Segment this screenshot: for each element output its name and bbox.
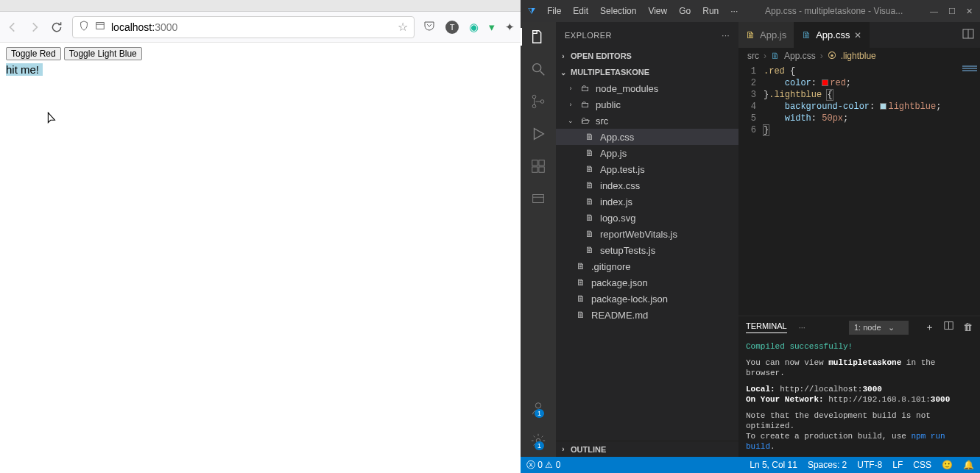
panel-overflow-icon[interactable]: ···: [799, 323, 805, 332]
extensions-icon[interactable]: [529, 157, 547, 175]
close-tab-icon[interactable]: ✕: [854, 30, 861, 40]
svg-rect-8: [532, 167, 537, 172]
file-icon: 🗎: [575, 260, 587, 272]
status-language[interactable]: CSS: [913, 460, 931, 470]
file-package-json[interactable]: 🗎package.json: [556, 274, 738, 291]
folder-public[interactable]: ›🗀public: [556, 96, 738, 113]
hit-me-text: hit me!: [6, 63, 43, 76]
editor[interactable]: 1 2 3 4 5 6 .red { color: red; }.lightbl…: [738, 64, 980, 316]
new-terminal-icon[interactable]: ＋: [925, 321, 934, 332]
page-content: Toggle Red Toggle Light Blue hit me!: [0, 43, 521, 80]
cursor-icon: [47, 112, 57, 127]
file-index-css[interactable]: 🗎index.css: [556, 177, 738, 193]
file-index-js[interactable]: 🗎index.js: [556, 193, 738, 210]
settings-icon[interactable]: 1: [529, 432, 547, 449]
reload-button[interactable]: [50, 21, 63, 34]
menu-selection[interactable]: Selection: [600, 6, 636, 16]
svg-rect-10: [539, 160, 544, 166]
file-icon: 🗎: [584, 244, 596, 256]
outline-section[interactable]: ›OUTLINE: [556, 441, 738, 457]
file-icon: 🗎: [584, 179, 596, 191]
file-package-lock-json[interactable]: 🗎package-lock.json: [556, 291, 738, 307]
extension-icon-4[interactable]: ✦: [505, 21, 515, 34]
tab-app-js[interactable]: 🗎App.js: [738, 22, 794, 48]
kill-terminal-icon[interactable]: 🗑: [963, 321, 973, 332]
menu-view[interactable]: View: [648, 6, 667, 16]
file-tree: ›🗀node_modules ›🗀public ⌄🗁src 🗎App.css 🗎…: [556, 80, 738, 441]
svg-point-6: [540, 100, 544, 104]
run-debug-icon[interactable]: [529, 125, 547, 143]
file-icon: 🗎: [746, 29, 755, 40]
menu-go[interactable]: Go: [679, 6, 691, 16]
split-terminal-icon[interactable]: [944, 321, 953, 332]
file-setup-tests[interactable]: 🗎setupTests.js: [556, 242, 738, 258]
status-feedback-icon[interactable]: 🙂: [942, 460, 953, 470]
accounts-icon[interactable]: 1: [529, 399, 547, 417]
extension-icon-3[interactable]: ▾: [489, 21, 495, 34]
file-icon: 🗎: [584, 196, 596, 207]
folder-src[interactable]: ⌄🗁src: [556, 113, 738, 129]
status-bell-icon[interactable]: 🔔: [963, 460, 974, 470]
file-icon: 🗎: [575, 277, 587, 288]
back-button[interactable]: [6, 21, 19, 34]
file-app-js[interactable]: 🗎App.js: [556, 145, 738, 161]
file-readme-md[interactable]: 🗎README.md: [556, 307, 738, 323]
address-bar[interactable]: localhost:3000 ☆: [72, 16, 415, 38]
project-section[interactable]: ⌄MULTIPLETASKONE: [556, 64, 738, 80]
terminal-selector[interactable]: 1: node ⌄: [849, 321, 909, 335]
file-gitignore[interactable]: 🗎.gitignore: [556, 258, 738, 274]
menu-edit[interactable]: Edit: [573, 6, 588, 16]
file-app-test-js[interactable]: 🗎App.test.js: [556, 161, 738, 177]
bottom-panel: TERMINAL ··· 1: node ⌄ ＋ 🗑: [738, 316, 980, 457]
live-share-icon[interactable]: [529, 190, 547, 207]
menu-overflow[interactable]: ···: [730, 6, 738, 16]
svg-point-5: [532, 104, 536, 108]
folder-icon: 🗀: [579, 82, 591, 94]
extension-icon-2[interactable]: ◉: [469, 21, 479, 34]
menu-file[interactable]: File: [547, 6, 561, 16]
browser-toolbar: localhost:3000 ☆ T ◉ ▾ ✦: [0, 12, 521, 43]
bookmark-star-icon[interactable]: ☆: [398, 20, 408, 34]
symbol-class-icon: ⦿: [828, 51, 836, 61]
file-icon: 🗎: [771, 51, 780, 61]
status-line-col[interactable]: Ln 5, Col 11: [750, 460, 797, 470]
close-window-button[interactable]: ✕: [966, 7, 973, 16]
status-encoding[interactable]: UTF-8: [857, 460, 882, 470]
terminal-output[interactable]: Compiled successfully! You can now view …: [738, 338, 980, 457]
pocket-icon[interactable]: [423, 20, 435, 34]
breadcrumb[interactable]: src› 🗎App.css› ⦿.lightblue: [738, 48, 980, 64]
toggle-lightblue-button[interactable]: Toggle Light Blue: [64, 47, 142, 60]
folder-open-icon: 🗁: [579, 115, 591, 127]
status-indentation[interactable]: Spaces: 2: [808, 460, 847, 470]
file-logo-svg[interactable]: 🗎logo.svg: [556, 210, 738, 226]
page-info-icon[interactable]: [95, 21, 105, 34]
file-app-css[interactable]: 🗎App.css: [556, 129, 738, 145]
extension-icon-1[interactable]: T: [445, 21, 459, 34]
svg-rect-9: [539, 167, 544, 172]
search-icon[interactable]: [529, 60, 547, 78]
file-icon: 🗎: [584, 131, 596, 143]
explorer-icon[interactable]: [529, 28, 547, 46]
settings-badge: 1: [535, 441, 544, 450]
terminal-tab[interactable]: TERMINAL: [746, 321, 787, 333]
minimap[interactable]: [956, 64, 980, 316]
folder-node-modules[interactable]: ›🗀node_modules: [556, 80, 738, 96]
status-eol[interactable]: LF: [892, 460, 903, 470]
open-editors-section[interactable]: ›OPEN EDITORS: [556, 48, 738, 64]
status-problems[interactable]: ⓧ 0 ⚠ 0: [526, 459, 560, 472]
status-bar: ⓧ 0 ⚠ 0 Ln 5, Col 11 Spaces: 2 UTF-8 LF …: [521, 457, 980, 473]
menu-run[interactable]: Run: [702, 6, 719, 16]
source-control-icon[interactable]: [529, 93, 547, 110]
file-icon: 🗎: [802, 29, 811, 40]
toggle-red-button[interactable]: Toggle Red: [6, 47, 61, 60]
file-icon: 🗎: [584, 228, 596, 240]
maximize-button[interactable]: ☐: [948, 7, 956, 16]
file-icon: 🗎: [575, 293, 587, 305]
file-report-web-vitals[interactable]: 🗎reportWebVitals.js: [556, 226, 738, 242]
split-editor-icon[interactable]: [956, 28, 980, 42]
tab-app-css[interactable]: 🗎App.css✕: [794, 22, 870, 48]
explorer-label: EXPLORER: [565, 31, 612, 40]
minimize-button[interactable]: —: [930, 7, 938, 16]
sidebar-more-icon[interactable]: ···: [722, 31, 730, 40]
forward-button[interactable]: [28, 21, 41, 34]
